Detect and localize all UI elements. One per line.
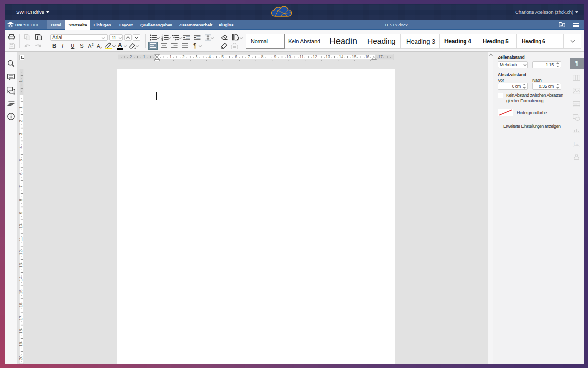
svg-text:19: 19	[19, 342, 23, 347]
svg-text:2: 2	[19, 120, 23, 122]
svg-text:8: 8	[261, 54, 264, 59]
svg-text:10: 10	[19, 224, 23, 229]
svg-text:4: 4	[19, 146, 23, 148]
svg-text:16: 16	[365, 54, 370, 59]
svg-text:11: 11	[19, 237, 23, 241]
svg-text:15: 15	[352, 54, 357, 59]
svg-text:3: 3	[196, 54, 198, 59]
svg-text:6: 6	[19, 172, 23, 175]
svg-text:9: 9	[19, 211, 23, 214]
svg-text:6: 6	[235, 54, 237, 59]
svg-text:5: 5	[19, 159, 23, 161]
svg-text:13: 13	[19, 263, 23, 268]
svg-text:14: 14	[19, 276, 23, 281]
svg-text:8: 8	[19, 199, 23, 201]
svg-text:11: 11	[299, 54, 304, 59]
svg-text:15: 15	[19, 289, 23, 294]
svg-text:2: 2	[130, 54, 132, 59]
svg-text:1: 1	[169, 54, 172, 59]
svg-text:17: 17	[19, 316, 23, 321]
svg-text:14: 14	[339, 54, 343, 59]
svg-text:1: 1	[143, 54, 146, 59]
svg-text:7: 7	[248, 54, 250, 59]
svg-text:12: 12	[19, 250, 23, 255]
svg-text:1: 1	[19, 80, 23, 82]
svg-text:10: 10	[286, 54, 291, 59]
svg-text:4: 4	[209, 54, 211, 59]
svg-text:5: 5	[221, 54, 224, 59]
svg-text:a: a	[576, 142, 578, 147]
svg-text:9: 9	[274, 54, 277, 59]
svg-text:13: 13	[325, 54, 330, 59]
svg-text:2: 2	[182, 54, 185, 59]
svg-text:17: 17	[378, 54, 383, 59]
svg-text:1: 1	[19, 106, 23, 109]
svg-text:20: 20	[19, 355, 23, 360]
svg-text:7: 7	[19, 185, 23, 188]
svg-text:16: 16	[19, 303, 23, 308]
svg-text:18: 18	[19, 329, 23, 334]
svg-text:3: 3	[19, 133, 23, 135]
svg-text:12: 12	[313, 54, 318, 59]
